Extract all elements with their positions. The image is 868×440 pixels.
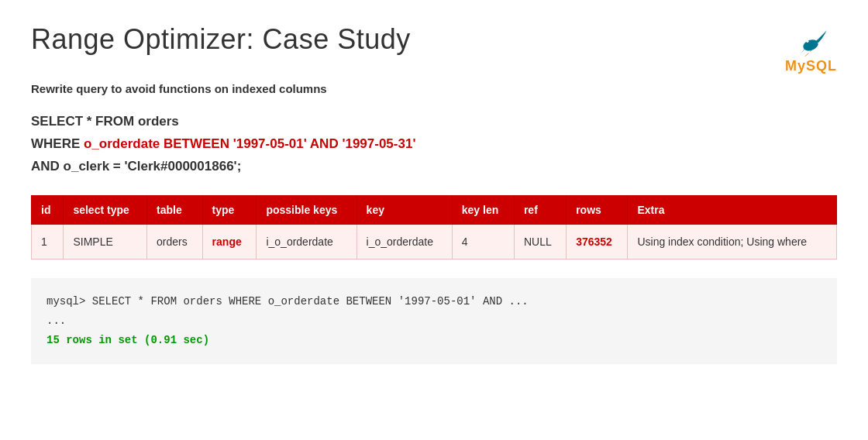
col-key: key — [356, 195, 452, 224]
col-id: id — [32, 195, 64, 224]
mysql-logo-text: MySQL — [785, 58, 837, 74]
cell-key: i_o_orderdate — [356, 224, 452, 259]
col-table: table — [147, 195, 203, 224]
cell-extra: Using index condition; Using where — [628, 224, 837, 259]
col-possible-keys: possible keys — [257, 195, 356, 224]
cell-possible-keys: i_o_orderdate — [257, 224, 356, 259]
cell-select-type: SIMPLE — [64, 224, 147, 259]
explain-table: id select type table type possible keys … — [31, 195, 837, 260]
cell-table: orders — [147, 224, 203, 259]
col-key-len: key len — [452, 195, 514, 224]
sql-line-1: SELECT * FROM orders — [31, 111, 837, 133]
cell-ref: NULL — [514, 224, 566, 259]
col-type: type — [202, 195, 257, 224]
col-select-type: select type — [64, 195, 147, 224]
col-extra: Extra — [628, 195, 837, 224]
table-row: 1 SIMPLE orders range i_o_orderdate i_o_… — [32, 224, 837, 259]
cell-rows: 376352 — [567, 224, 628, 259]
col-rows: rows — [567, 195, 628, 224]
cell-key-len: 4 — [452, 224, 514, 259]
sql-where-prefix: WHERE — [31, 136, 84, 151]
svg-point-1 — [807, 40, 809, 43]
sql-line-3: AND o_clerk = 'Clerk#000001866'; — [31, 156, 837, 178]
page-title: Range Optimizer: Case Study — [31, 23, 411, 56]
col-ref: ref — [514, 195, 566, 224]
code-line-2: ... — [46, 311, 822, 331]
sql-line-2: WHERE o_orderdate BETWEEN '1997-05-01' A… — [31, 133, 837, 156]
subtitle: Rewrite query to avoid functions on inde… — [31, 82, 837, 95]
mysql-dolphin-icon — [791, 27, 830, 58]
table-header-row: id select type table type possible keys … — [32, 195, 837, 224]
cell-id: 1 — [32, 224, 64, 259]
sql-query-block: SELECT * FROM orders WHERE o_orderdate B… — [31, 111, 837, 178]
sql-where-highlight: o_orderdate BETWEEN '1997-05-01' AND '19… — [84, 136, 415, 151]
mysql-logo: MySQL — [785, 27, 837, 74]
code-line-1: mysql> SELECT * FROM orders WHERE o_orde… — [46, 292, 822, 311]
code-line-3: 15 rows in set (0.91 sec) — [46, 331, 822, 350]
code-block: mysql> SELECT * FROM orders WHERE o_orde… — [31, 278, 837, 365]
cell-type: range — [202, 224, 257, 259]
